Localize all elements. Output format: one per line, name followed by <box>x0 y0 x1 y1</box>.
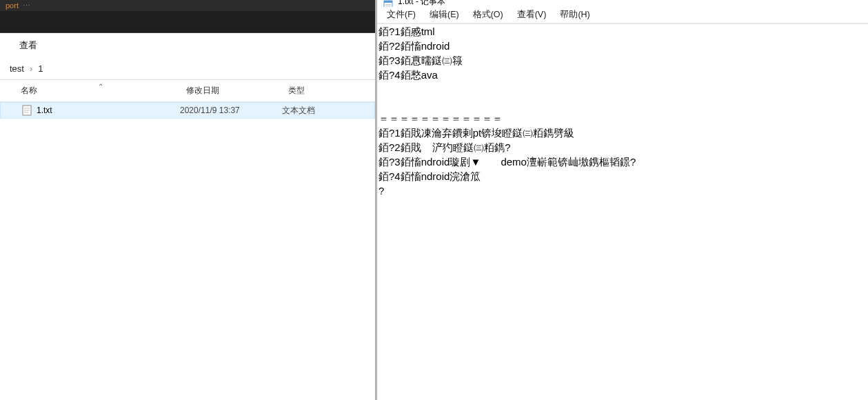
file-date: 2020/11/9 13:37 <box>180 106 282 115</box>
ide-text: port <box>6 1 19 10</box>
column-header-date[interactable]: 修改日期 <box>179 85 281 97</box>
notepad-window: 1.txt - 记事本 文件(F) 编辑(E) 格式(O) 查看(V) 帮助(H… <box>377 0 868 400</box>
notepad-titlebar: 1.txt - 记事本 <box>377 0 868 7</box>
notepad-title: 1.txt - 记事本 <box>398 0 445 7</box>
breadcrumb[interactable]: test › 1 <box>0 58 375 80</box>
menu-help[interactable]: 帮助(H) <box>553 8 596 22</box>
column-header-type[interactable]: 类型 <box>281 85 375 97</box>
file-name: 1.txt <box>37 106 180 115</box>
notepad-menu: 文件(F) 编辑(E) 格式(O) 查看(V) 帮助(H) <box>377 7 868 23</box>
ide-dots: ⋯ <box>23 1 32 10</box>
notepad-content[interactable]: 銆?1銆慼tml 銆?2銆慉ndroid 銆?3銆慐曘鎹㈢簶 銆?4銆慗ava … <box>377 23 868 400</box>
svg-rect-5 <box>384 1 392 3</box>
menu-file[interactable]: 文件(F) <box>380 8 423 22</box>
menu-edit[interactable]: 编辑(E) <box>423 8 466 22</box>
ide-dark-second <box>0 11 375 33</box>
breadcrumb-item[interactable]: 1 <box>35 63 46 74</box>
menu-view[interactable]: 查看(V) <box>510 8 554 22</box>
file-row[interactable]: 1.txt 2020/11/9 13:37 文本文档 <box>0 102 375 119</box>
column-header-name[interactable]: 名称 <box>0 85 179 97</box>
ide-dark-bar: port ⋯ <box>0 0 375 11</box>
notepad-icon <box>383 0 394 7</box>
menu-format[interactable]: 格式(O) <box>466 8 510 22</box>
chevron-right-icon: › <box>27 63 35 74</box>
view-menu-button[interactable]: 查看 <box>12 37 44 54</box>
file-type: 文本文档 <box>282 105 374 117</box>
text-file-icon <box>20 105 34 116</box>
explorer-window: port ⋯ 查看 test › 1 ⌃ 名称 修改日期 类型 1.txt 20… <box>0 0 375 400</box>
column-headers: ⌃ 名称 修改日期 类型 <box>0 80 375 102</box>
explorer-toolbar: 查看 <box>0 33 375 58</box>
breadcrumb-item[interactable]: test <box>7 63 27 74</box>
